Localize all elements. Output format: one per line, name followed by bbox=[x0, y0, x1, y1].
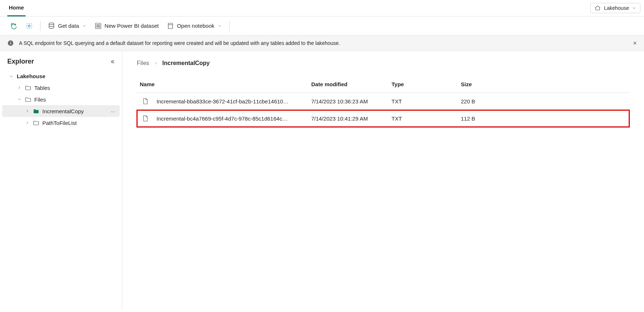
explorer-header: Explorer bbox=[0, 55, 122, 71]
file-table: Name Date modified Type Size Incremental… bbox=[137, 77, 629, 127]
svg-rect-12 bbox=[10, 42, 11, 42]
collapse-icon[interactable] bbox=[109, 59, 115, 65]
chevron-right-icon bbox=[17, 85, 22, 90]
toolbar-separator bbox=[40, 21, 41, 31]
chevron-right-icon bbox=[25, 120, 30, 125]
open-notebook-label: Open notebook bbox=[177, 23, 215, 29]
folder-icon bbox=[25, 96, 31, 103]
col-header-date[interactable]: Date modified bbox=[308, 77, 389, 93]
file-name: Incremental-bc4a7669-c95f-4d7c-978c-85c1… bbox=[157, 115, 288, 122]
svg-point-3 bbox=[96, 24, 97, 25]
top-bar: Home Lakehouse bbox=[0, 0, 644, 16]
svg-point-0 bbox=[28, 25, 30, 27]
tree-item-label: Tables bbox=[34, 85, 50, 91]
file-type: TXT bbox=[389, 110, 458, 127]
svg-point-4 bbox=[98, 24, 99, 25]
col-header-size[interactable]: Size bbox=[458, 77, 629, 93]
toolbar: Get data New Power BI dataset Open noteb… bbox=[0, 16, 644, 35]
lakehouse-icon bbox=[594, 5, 601, 11]
svg-point-1 bbox=[49, 23, 54, 24]
chevron-right-icon bbox=[154, 61, 158, 65]
new-dataset-label: New Power BI dataset bbox=[105, 23, 159, 29]
chevron-down-icon bbox=[632, 6, 636, 10]
refresh-button[interactable] bbox=[7, 20, 20, 32]
database-icon bbox=[48, 22, 55, 30]
svg-rect-11 bbox=[10, 43, 11, 45]
gear-icon bbox=[26, 22, 33, 30]
file-date: 7/14/2023 10:36:23 AM bbox=[308, 93, 389, 110]
close-icon[interactable] bbox=[632, 41, 637, 46]
tree-root-lakehouse[interactable]: Lakehouse bbox=[2, 71, 120, 82]
chevron-down-icon bbox=[82, 24, 86, 28]
tree-item-label: Files bbox=[34, 96, 46, 103]
main-area: Explorer Lakehouse Tables Files bbox=[0, 51, 644, 310]
breadcrumb-current: IncrementalCopy bbox=[162, 60, 210, 66]
chevron-right-icon bbox=[25, 109, 30, 114]
chevron-down-icon bbox=[217, 24, 222, 28]
refresh-icon bbox=[10, 22, 18, 30]
tree-item-files[interactable]: Files bbox=[2, 94, 120, 105]
lakehouse-mode-dropdown[interactable]: Lakehouse bbox=[590, 3, 640, 13]
toolbar-separator bbox=[229, 21, 230, 31]
svg-point-8 bbox=[99, 26, 100, 27]
chevron-down-icon bbox=[9, 74, 14, 79]
tree-item-tables[interactable]: Tables bbox=[2, 82, 120, 94]
file-name: Incremental-bba833ce-3672-41cf-ba2b-11cb… bbox=[157, 98, 289, 104]
col-header-type[interactable]: Type bbox=[389, 77, 458, 93]
tree-item-label: PathToFileList bbox=[42, 120, 77, 126]
file-icon bbox=[142, 98, 149, 104]
file-icon bbox=[142, 115, 149, 122]
svg-rect-9 bbox=[168, 23, 173, 28]
table-row[interactable]: Incremental-bba833ce-3672-41cf-ba2b-11cb… bbox=[137, 93, 629, 110]
new-dataset-button[interactable]: New Power BI dataset bbox=[92, 20, 162, 32]
info-banner-text: A SQL endpoint for SQL querying and a de… bbox=[19, 40, 340, 46]
explorer-panel: Explorer Lakehouse Tables Files bbox=[0, 51, 122, 310]
file-date: 7/14/2023 10:41:29 AM bbox=[308, 110, 389, 127]
breadcrumb-parent[interactable]: Files bbox=[137, 60, 149, 66]
get-data-button[interactable]: Get data bbox=[45, 20, 89, 32]
file-size: 112 B bbox=[458, 110, 629, 127]
open-notebook-button[interactable]: Open notebook bbox=[164, 20, 225, 32]
svg-point-6 bbox=[96, 26, 97, 27]
breadcrumb: Files IncrementalCopy bbox=[137, 60, 629, 66]
tree-root-label: Lakehouse bbox=[17, 73, 45, 79]
svg-rect-2 bbox=[95, 23, 101, 28]
info-icon bbox=[7, 40, 14, 46]
file-type: TXT bbox=[389, 93, 458, 110]
explorer-title: Explorer bbox=[7, 58, 34, 65]
file-size: 220 B bbox=[458, 93, 629, 110]
info-banner: A SQL endpoint for SQL querying and a de… bbox=[0, 35, 644, 51]
settings-button[interactable] bbox=[23, 20, 36, 32]
folder-icon bbox=[25, 84, 31, 91]
col-header-name[interactable]: Name bbox=[137, 77, 308, 93]
tree-item-incrementalcopy[interactable]: IncrementalCopy ··· bbox=[2, 105, 120, 117]
folder-open-icon bbox=[33, 108, 39, 114]
lakehouse-mode-label: Lakehouse bbox=[604, 5, 629, 11]
svg-point-5 bbox=[99, 24, 100, 25]
table-row[interactable]: Incremental-bc4a7669-c95f-4d7c-978c-85c1… bbox=[137, 110, 629, 127]
notebook-icon bbox=[167, 22, 174, 30]
get-data-label: Get data bbox=[58, 23, 79, 29]
tree-item-pathtofilelist[interactable]: PathToFileList bbox=[2, 117, 120, 129]
chevron-down-icon bbox=[17, 97, 22, 102]
tree-item-label: IncrementalCopy bbox=[42, 108, 84, 114]
tab-home[interactable]: Home bbox=[7, 0, 26, 16]
folder-icon bbox=[33, 119, 39, 126]
more-icon[interactable]: ··· bbox=[111, 108, 117, 114]
dataset-icon bbox=[95, 22, 102, 30]
tree: Lakehouse Tables Files IncrementalCopy ·… bbox=[0, 71, 122, 129]
content-panel: Files IncrementalCopy Name Date modified… bbox=[122, 51, 644, 310]
svg-point-7 bbox=[98, 26, 99, 27]
